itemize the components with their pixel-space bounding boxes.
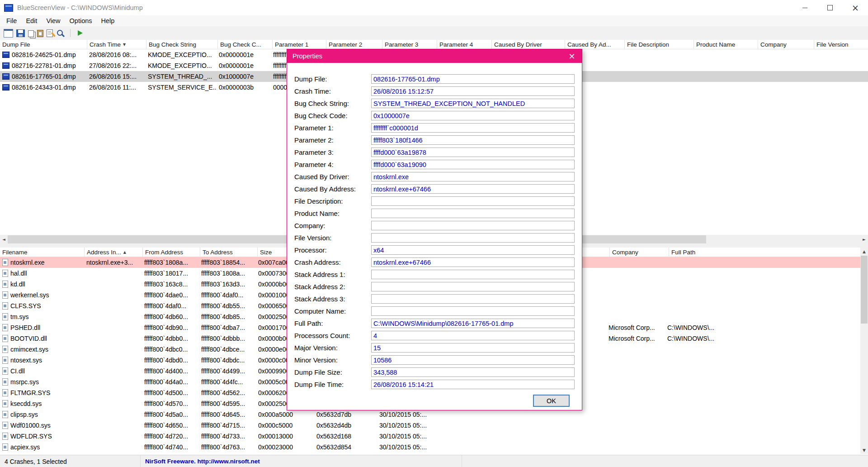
row-cell <box>606 268 665 279</box>
field-input-parameter-2[interactable] <box>371 135 575 145</box>
field-input-caused-by-driver[interactable] <box>371 172 575 181</box>
maximize-button[interactable] <box>817 0 843 15</box>
field-input-dump-file[interactable] <box>371 74 575 84</box>
menu-view[interactable]: View <box>42 16 65 26</box>
dialog-field-row: Full Path: <box>287 317 582 329</box>
row-cell <box>84 290 142 300</box>
row-cell: fffff800`4dbdc... <box>199 355 256 366</box>
column-header-address-in[interactable]: Address In...▲ <box>85 248 143 257</box>
field-input-dump-file-time[interactable] <box>371 380 575 389</box>
driver-icon <box>2 313 8 320</box>
field-input-parameter-1[interactable] <box>371 123 575 133</box>
advanced-options-icon[interactable] <box>4 29 13 38</box>
field-input-stack-address-2[interactable] <box>371 282 575 291</box>
column-header-caused-by-ad[interactable]: Caused By Ad... <box>565 40 625 49</box>
nirsoft-link[interactable]: NirSoft Freeware. http://www.nirsoft.net <box>145 458 260 465</box>
field-input-file-version[interactable] <box>371 233 575 243</box>
column-header-to-address[interactable]: To Address <box>200 248 258 257</box>
field-input-dump-file-size[interactable] <box>371 367 575 377</box>
driver-icon <box>2 357 8 364</box>
row-cell <box>606 442 665 453</box>
column-header-bug-check-string[interactable]: Bug Check String <box>146 40 218 49</box>
column-header-crash-time[interactable]: Crash Time▼ <box>87 40 146 49</box>
scroll-up-icon[interactable]: ▲ <box>860 248 868 255</box>
vertical-scrollbar[interactable]: ▲ ▼ <box>860 248 868 454</box>
scroll-left-icon[interactable]: ◄ <box>0 235 8 243</box>
row-cell <box>753 82 808 93</box>
driver-icon <box>2 281 8 288</box>
title-bar: BlueScreenView - C:\WINDOWS\Minidump × <box>0 0 868 16</box>
column-header-caused-by-driver[interactable]: Caused By Driver <box>492 40 565 49</box>
column-header-dump-file[interactable]: Dump File <box>0 40 87 49</box>
row-cell: fffff800`4db55... <box>199 300 256 311</box>
driver-row[interactable]: acpiex.sysfffff800`4d740...fffff800`4d76… <box>0 442 868 453</box>
field-input-processor[interactable] <box>371 245 575 255</box>
field-input-stack-address-3[interactable] <box>371 294 575 304</box>
field-input-crash-time[interactable] <box>371 86 575 96</box>
field-input-minor-version[interactable] <box>371 355 575 365</box>
filename-text: CI.dll <box>10 367 25 375</box>
column-header-parameter-2[interactable]: Parameter 2 <box>326 40 382 49</box>
field-label-processor: Processor: <box>294 246 371 254</box>
row-cell: fffff800`4daf0... <box>199 290 256 300</box>
driver-row[interactable]: WDFLDR.SYSfffff800`4d720...fffff800`4d73… <box>0 431 868 442</box>
vertical-scrollbar-thumb[interactable] <box>861 256 868 324</box>
menu-help[interactable]: Help <box>97 16 119 26</box>
column-header-from-address[interactable]: From Address <box>143 248 200 257</box>
column-header-full-path[interactable]: Full Path <box>669 248 868 257</box>
dialog-title-bar[interactable]: Properties × <box>287 49 582 63</box>
row-cell: SYSTEM_THREAD_... <box>146 71 217 82</box>
run-icon[interactable] <box>76 29 85 37</box>
column-header-file-description[interactable]: File Description <box>625 40 694 49</box>
dialog-close-icon[interactable]: × <box>562 49 582 63</box>
field-input-full-path[interactable] <box>371 319 575 328</box>
save-icon[interactable] <box>16 29 25 37</box>
field-input-parameter-4[interactable] <box>371 160 575 169</box>
copy-icon[interactable] <box>28 30 34 37</box>
field-label-computer-name: Computer Name: <box>294 307 371 315</box>
row-cell: fffff800`4d720... <box>142 431 199 442</box>
column-header-parameter-1[interactable]: Parameter 1 <box>273 40 326 49</box>
field-input-stack-address-1[interactable] <box>371 270 575 279</box>
row-cell: fffff800`4d595... <box>199 398 256 409</box>
field-input-product-name[interactable] <box>371 209 575 218</box>
row-cell: fffff800`4d733... <box>199 431 256 442</box>
ok-button[interactable]: OK <box>533 395 570 407</box>
field-input-processors-count[interactable] <box>371 331 575 340</box>
scroll-right-icon[interactable]: ► <box>860 235 868 243</box>
field-input-caused-by-address[interactable] <box>371 184 575 194</box>
row-cell <box>84 300 142 311</box>
column-header-company[interactable]: Company <box>610 248 669 257</box>
app-icon <box>4 4 13 12</box>
field-input-file-description[interactable] <box>371 196 575 206</box>
menu-file[interactable]: File <box>2 16 21 26</box>
menu-options[interactable]: Options <box>65 16 97 26</box>
column-header-file-version[interactable]: File Version <box>814 40 868 49</box>
column-header-bug-check-c[interactable]: Bug Check C... <box>218 40 273 49</box>
find-icon[interactable] <box>56 29 65 37</box>
column-header-company[interactable]: Company <box>758 40 814 49</box>
properties-icon[interactable] <box>47 29 53 37</box>
filename-text: clipsp.sys <box>10 411 38 418</box>
column-header-parameter-4[interactable]: Parameter 4 <box>437 40 492 49</box>
header-label: Bug Check String <box>149 41 196 48</box>
window-controls: × <box>792 0 868 15</box>
menu-edit[interactable]: Edit <box>21 16 42 26</box>
field-input-crash-address[interactable] <box>371 257 575 267</box>
field-input-bug-check-code[interactable] <box>371 111 575 120</box>
scroll-down-icon[interactable]: ▼ <box>860 446 868 454</box>
dialog-field-row: Dump File: <box>287 73 582 85</box>
field-input-company[interactable] <box>371 221 575 230</box>
field-input-major-version[interactable] <box>371 343 575 353</box>
minimize-button[interactable] <box>792 0 817 15</box>
driver-row[interactable]: Wdf01000.sysfffff800`4d650...fffff800`4d… <box>0 420 868 431</box>
field-input-computer-name[interactable] <box>371 306 575 316</box>
column-header-product-name[interactable]: Product Name <box>694 40 758 49</box>
close-button[interactable]: × <box>843 0 868 15</box>
field-input-bug-check-string[interactable] <box>371 99 575 108</box>
column-header-filename[interactable]: Filename <box>0 248 85 257</box>
paste-icon[interactable] <box>37 30 43 37</box>
column-header-parameter-3[interactable]: Parameter 3 <box>382 40 437 49</box>
driver-row[interactable]: clipsp.sysfffff800`4d5a0...fffff800`4d64… <box>0 409 868 420</box>
field-input-parameter-3[interactable] <box>371 148 575 157</box>
